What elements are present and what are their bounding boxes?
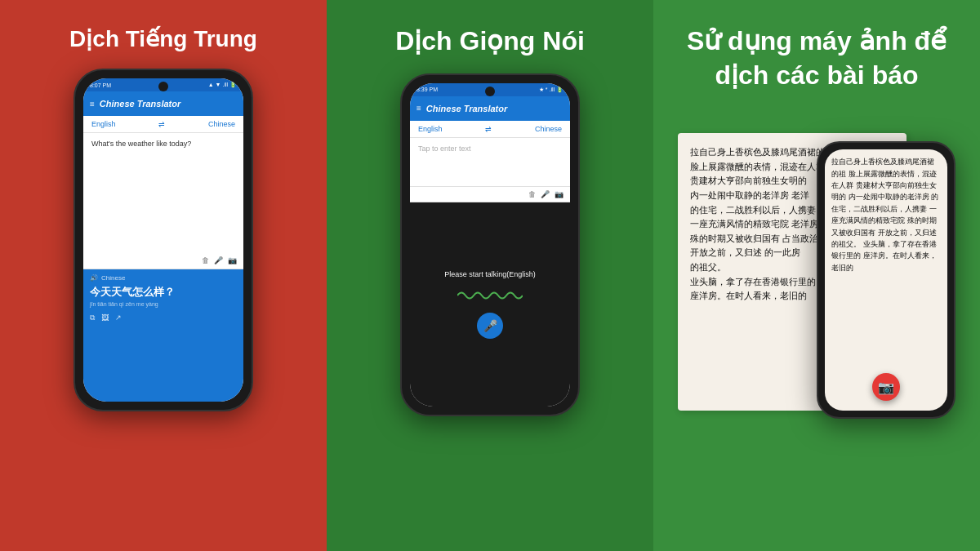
lang-from-2[interactable]: English [418, 125, 443, 133]
lang-from-1[interactable]: English [91, 120, 116, 128]
voice-wave-svg [457, 288, 523, 303]
input-icons-1: 🗑 🎤 📷 [202, 256, 237, 264]
swap-icon-1[interactable]: ⇌ [158, 120, 165, 128]
copy-icon-1[interactable]: ⧉ [90, 313, 95, 322]
swap-icon-2[interactable]: ⇌ [485, 125, 492, 133]
lang-row-1: English ⇌ Chinese [83, 116, 243, 133]
menu-icon-2[interactable]: ≡ [416, 104, 421, 113]
status-icons-2: ★ * .ill 🔋 [539, 87, 564, 93]
phone-notch-2 [485, 87, 495, 96]
result-icons-1: ⧉ 🖼 ↗ [90, 313, 237, 322]
status-time-1: 8:07 PM [90, 82, 111, 88]
status-time-2: 8:39 PM [416, 87, 438, 92]
menu-icon-1[interactable]: ≡ [90, 100, 95, 109]
camera-phone-screen: 拉自己身上香槟色及膝鸡尾酒裙的祖 脸上展露微醺的表情，混迹在人群 贵建材大亨邵向… [825, 149, 947, 411]
camera-fab-button[interactable]: 📷 [872, 373, 900, 401]
panel-1-title: Dịch Tiếng Trung [57, 24, 270, 54]
book-phone-container: 拉自己身上香槟色及膝鸡尾酒裙的祖 脸上展露微醺的表情，混迹在人群 贵建材大亨邵向… [678, 117, 956, 427]
phone-notch-1 [158, 82, 168, 91]
voice-input-area[interactable]: Tap to enter text [410, 138, 570, 187]
app-toolbar-2: ≡ Chinese Translator [410, 96, 570, 121]
speaker-icon-1[interactable]: 🔊 [90, 274, 98, 282]
voice-prompt-text: Please start talking(English) [444, 270, 536, 278]
phone-mockup-2: 8:39 PM ★ * .ill 🔋 ≡ Chinese Translator … [400, 73, 580, 416]
toolbar-title-1: Chinese Translator [100, 99, 180, 109]
panel-translate-text: Dịch Tiếng Trung 8:07 PM ▲ ▼ .ill 🔋 ≡ Ch… [0, 0, 327, 551]
app-toolbar-1: ≡ Chinese Translator [83, 91, 243, 116]
panel-3-title: Sử dụng máy ảnh để dịch các bài báo [653, 24, 980, 92]
mic-icon-1[interactable]: 🎤 [214, 256, 223, 264]
camera-icon-1[interactable]: 📷 [228, 256, 237, 264]
panel-2-title: Dịch Giọng Nói [383, 24, 597, 59]
camera-icon-2[interactable]: 📷 [555, 190, 564, 198]
mic-icon-2[interactable]: 🎤 [541, 190, 550, 198]
lang-to-1[interactable]: Chinese [208, 120, 235, 128]
panel-camera: Sử dụng máy ảnh để dịch các bài báo 拉自己身… [653, 0, 980, 551]
share-icon-1[interactable]: ↗ [115, 313, 122, 322]
photo-background: Sử dụng máy ảnh để dịch các bài báo 拉自己身… [653, 0, 980, 551]
status-icons-1: ▲ ▼ .ill 🔋 [208, 82, 237, 88]
camera-fab-icon: 📷 [878, 380, 894, 395]
result-lang-label-1: Chinese [101, 274, 125, 282]
result-header-1: 🔊 Chinese [90, 274, 237, 282]
result-pinyin-1: jīn tiān tiān qì zěn me yàng [90, 301, 237, 307]
trash-icon-1[interactable]: 🗑 [202, 256, 209, 264]
panel-voice: Dịch Giọng Nói 8:39 PM ★ * .ill 🔋 ≡ Chin… [327, 0, 653, 551]
phone-mockup-1: 8:07 PM ▲ ▼ .ill 🔋 ≡ Chinese Translator … [74, 69, 253, 411]
image-icon-1[interactable]: 🖼 [101, 313, 109, 322]
mic-icon-voice: 🎤 [483, 319, 497, 332]
lang-to-2[interactable]: Chinese [535, 125, 562, 133]
camera-phone-mockup: 拉自己身上香槟色及膝鸡尾酒裙的祖 脸上展露微醺的表情，混迹在人群 贵建材大亨邵向… [817, 141, 956, 419]
input-area-1[interactable]: What's the weather like today? 🗑 🎤 📷 [83, 133, 243, 269]
input-placeholder-2: Tap to enter text [418, 144, 471, 153]
result-chinese-1: 今天天气怎么样？ [90, 285, 237, 300]
toolbar-title-2: Chinese Translator [426, 104, 507, 113]
input-text-1: What's the weather like today? [91, 140, 191, 148]
trash-icon-2[interactable]: 🗑 [528, 190, 536, 198]
lang-row-2: English ⇌ Chinese [410, 121, 570, 138]
phone-screen-1: 8:07 PM ▲ ▼ .ill 🔋 ≡ Chinese Translator … [83, 78, 243, 402]
translation-result-1: 🔊 Chinese 今天天气怎么样？ jīn tiān tiān qì zěn … [83, 269, 243, 402]
voice-mic-button[interactable]: 🎤 [477, 313, 503, 339]
voice-icons-2: 🗑 🎤 📷 [410, 187, 570, 202]
phone-screen-2: 8:39 PM ★ * .ill 🔋 ≡ Chinese Translator … [410, 83, 570, 407]
voice-bottom-panel: Please start talking(English) 🎤 [410, 202, 570, 407]
